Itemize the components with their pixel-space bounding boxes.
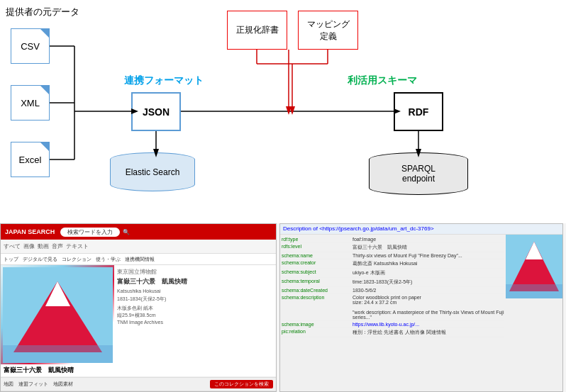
artwork-svg <box>3 267 113 363</box>
search-option-3: 動画 <box>38 242 49 250</box>
nav-bar: トップ デジタルで見る コレクション 使う・学ぶ 連携機関情報 <box>1 254 276 265</box>
mapping-box: マッピング定義 <box>298 11 358 50</box>
svg-rect-26 <box>506 284 562 298</box>
screenshot-area: JAPAN SEARCH 検索ワードを入力 🔍 すべて 画像 動画 音声 テキス… <box>0 223 566 392</box>
nav-digital[interactable]: デジタルで見る <box>23 256 57 263</box>
rdf-key: pic:relation <box>282 329 353 336</box>
elastic-search-cylinder: Elastic Search <box>110 152 195 191</box>
nav-use[interactable]: 使う・学ぶ <box>96 256 121 263</box>
csv-label: CSV <box>21 41 40 52</box>
rdf-uri-header: Description of <https://jpsearch.go.jp/d… <box>280 224 562 235</box>
table-row: schema:dateCreated 1830-5/6/2 <box>282 287 504 294</box>
xml-label: XML <box>21 98 40 108</box>
sparql-body: SPARQLendpoint <box>369 152 468 195</box>
japan-search-screenshot: JAPAN SEARCH 検索ワードを入力 🔍 すべて 画像 動画 音声 テキス… <box>0 223 277 392</box>
rdf-val: ukiyo-e 木版画 <box>353 269 385 276</box>
search-button[interactable]: このコレクションを検索 <box>210 380 273 388</box>
rdf-val[interactable]: https://www.lib.kyoto-u.ac.jp/... <box>353 322 419 327</box>
rdf-key: schema:image <box>282 322 353 327</box>
rdf-key: rdfs:level <box>282 244 353 251</box>
artwork-caption: 富嶽三十六景 凱風快晴 <box>4 366 74 374</box>
rdf-key: schema:subject <box>282 269 353 276</box>
japan-search-header: JAPAN SEARCH 検索ワードを入力 🔍 <box>1 224 276 240</box>
elastic-search-body: Elastic Search <box>110 152 195 191</box>
artwork-full-title: 富嶽三十六景 凱風快晴 <box>1 364 276 377</box>
table-row: rdf:type foaf:Image <box>282 236 504 243</box>
rdf-val: 富嶽三十六景 凱風快晴 <box>353 244 407 251</box>
json-label: JSON <box>143 106 170 118</box>
table-row: pic:relation 種別：浮世絵 先述書名 人物肖像 関連情報 <box>282 328 504 337</box>
xml-file-box: XML <box>11 85 50 121</box>
renkei-label: 連携フォーマット <box>124 74 204 87</box>
json-box: JSON <box>131 92 181 131</box>
artwork-desc: 木版多色刷 紙本縦25.9×横38.5cmTNM Image Archives <box>117 305 273 325</box>
rdf-val: Thirty-six views of Mount Fuji "Fine Bre… <box>353 253 462 258</box>
file-corner-csv <box>40 29 49 38</box>
artwork-display: 東京国立博物館 富嶽三十六景 凱風快晴 Katsushika Hokusai 1… <box>1 265 276 364</box>
nav-top[interactable]: トップ <box>4 256 18 263</box>
norm-box: 正規化辞書 <box>227 11 287 50</box>
rdf-artwork-svg <box>506 235 562 298</box>
table-row: rdfs:level 富嶽三十六景 凱風快晴 <box>282 243 504 252</box>
rdf-uri-text: Description of <https://jpsearch.go.jp/d… <box>283 225 434 232</box>
norm-label: 正規化辞書 <box>236 24 279 36</box>
csv-file-box: CSV <box>11 28 50 64</box>
svg-rect-22 <box>3 345 113 363</box>
search-option-1: すべて <box>4 242 21 250</box>
rdf-val: 1830-5/6/2 <box>353 288 376 293</box>
rdf-artwork-image <box>506 235 562 298</box>
rdf-table: rdf:type foaf:Image rdfs:level 富嶽三十六景 凱風… <box>280 235 506 376</box>
excel-file-box: Excel <box>11 142 50 177</box>
rdf-val: foaf:Image <box>353 237 376 242</box>
rdf-body: rdf:type foaf:Image rdfs:level 富嶽三十六景 凱風… <box>280 235 562 376</box>
rdf-description-screenshot: Description of <https://jpsearch.go.jp/d… <box>279 223 563 392</box>
rdf-key: schema:description <box>282 295 353 320</box>
artwork-image <box>1 265 114 364</box>
japan-search-logo: JAPAN SEARCH <box>5 228 55 235</box>
table-row: schema:name Thirty-six views of Mount Fu… <box>282 252 504 259</box>
artwork-date-text: 1831-1834(天保2-5年) <box>117 296 273 303</box>
artwork-institution: 東京国立博物館 <box>117 268 273 276</box>
mapping-label: マッピング定義 <box>307 18 350 43</box>
nav-collection[interactable]: コレクション <box>62 256 91 263</box>
rdf-label: RDF <box>409 106 429 118</box>
table-row: schema:image https://www.lib.kyoto-u.ac.… <box>282 321 504 328</box>
elastic-label: Elastic Search <box>126 167 180 177</box>
table-row: schema:subject ukiyo-e 木版画 <box>282 269 504 278</box>
rdf-val: Color woodblock print on papersize: 24.4… <box>353 295 504 320</box>
nav-partner[interactable]: 連携機関情報 <box>125 256 155 263</box>
rdf-val: time:1823-1833(天保2-5年) <box>353 279 412 286</box>
search-button-mock[interactable]: 🔍 <box>123 229 130 235</box>
page-title: 提供者の元データ <box>6 6 79 18</box>
sparql-endpoint-cylinder: SPARQLendpoint <box>369 152 468 195</box>
search-option-5: テキスト <box>66 242 89 250</box>
rdf-key: schema:temporal <box>282 279 353 286</box>
search-bar-mock[interactable]: 検索ワードを入力 <box>60 228 120 237</box>
rdf-val: 葛飾北斎 Katsushika Hokusai <box>353 260 417 267</box>
search-options-bar: すべて 画像 動画 音声 テキスト <box>1 240 276 254</box>
artwork-info: 東京国立博物館 富嶽三十六景 凱風快晴 Katsushika Hokusai 1… <box>114 265 276 364</box>
table-row: schema:description Color woodblock print… <box>282 294 504 321</box>
search-option-2: 画像 <box>23 242 35 250</box>
rdf-key: schema:dateCreated <box>282 288 353 293</box>
rdf-box: RDF <box>394 92 443 131</box>
file-corner-excel <box>40 142 49 151</box>
rdf-key: rdf:type <box>282 237 353 242</box>
rdf-key: schema:name <box>282 253 353 258</box>
file-corner-xml <box>40 86 49 94</box>
search-option-4: 音声 <box>52 242 63 250</box>
sparql-label: SPARQLendpoint <box>401 164 435 184</box>
excel-label: Excel <box>19 155 42 165</box>
rdf-key: schema:creator <box>282 260 353 267</box>
table-row: schema:temporal time:1823-1833(天保2-5年) <box>282 278 504 287</box>
rdf-val: 種別：浮世絵 先述書名 人物肖像 関連情報 <box>353 329 446 336</box>
svg-marker-14 <box>289 106 295 115</box>
svg-marker-9 <box>286 106 292 115</box>
footer-controls: 地図 連盟フィット 地図素材 このコレクションを検索 <box>4 380 273 388</box>
table-row: schema:creator 葛飾北斎 Katsushika Hokusai <box>282 259 504 269</box>
artwork-title-text: 富嶽三十六景 凱風快晴 <box>117 277 273 286</box>
rikkatsu-label: 利活用スキーマ <box>348 74 417 87</box>
left-footer: 地図 連盟フィット 地図素材 このコレクションを検索 <box>1 377 276 391</box>
artwork-artist-text: Katsushika Hokusai <box>117 288 273 295</box>
map-label: 地図 連盟フィット 地図素材 <box>4 381 73 388</box>
